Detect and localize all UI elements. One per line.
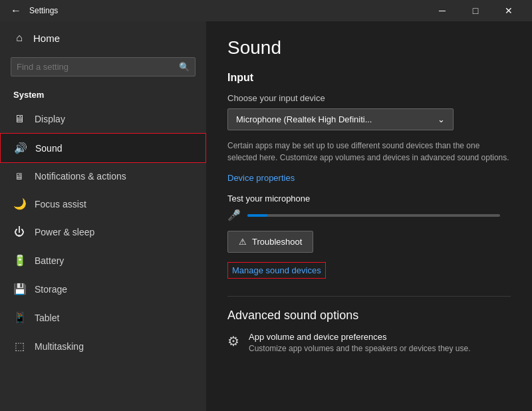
search-input[interactable] bbox=[17, 62, 175, 72]
battery-icon: 🔋 bbox=[13, 254, 25, 267]
advanced-section-title: Advanced sound options bbox=[227, 309, 511, 323]
sidebar-item-battery[interactable]: 🔋 Battery bbox=[0, 246, 206, 275]
minimize-icon: ─ bbox=[439, 5, 446, 16]
sidebar-item-sound[interactable]: 🔊 Sound bbox=[0, 133, 206, 163]
input-device-value: Microphone (Realtek High Definiti... bbox=[236, 114, 372, 124]
titlebar-title: Settings bbox=[29, 6, 58, 15]
search-icon: 🔍 bbox=[179, 62, 190, 72]
minimize-button[interactable]: ─ bbox=[427, 0, 458, 21]
sidebar-item-tablet[interactable]: 📱 Tablet bbox=[0, 303, 206, 332]
info-text: Certain apps may be set up to use differ… bbox=[227, 140, 511, 164]
mic-label: Test your microphone bbox=[227, 194, 511, 204]
home-icon: ⌂ bbox=[13, 32, 25, 44]
search-box[interactable]: 🔍 bbox=[11, 57, 196, 76]
close-icon: ✕ bbox=[505, 5, 513, 16]
sidebar-item-power[interactable]: ⏻ Power & sleep bbox=[0, 218, 206, 246]
back-icon: ← bbox=[11, 5, 21, 17]
sidebar-item-home[interactable]: ⌂ Home bbox=[0, 21, 206, 55]
back-button[interactable]: ← bbox=[8, 3, 24, 19]
close-button[interactable]: ✕ bbox=[493, 0, 524, 21]
mic-bar bbox=[247, 214, 500, 217]
adv-item-desc: Customize app volumes and the speakers o… bbox=[249, 344, 471, 353]
sidebar-item-label: Multitasking bbox=[35, 341, 84, 352]
window-controls: ─ □ ✕ bbox=[427, 0, 524, 21]
adv-item-title[interactable]: App volume and device preferences bbox=[249, 332, 471, 342]
home-label: Home bbox=[33, 33, 60, 44]
main-layout: ⌂ Home 🔍 System 🖥 Display 🔊 Sound 🖥 Noti… bbox=[0, 21, 532, 411]
mic-row: 🎤 bbox=[227, 209, 511, 221]
maximize-button[interactable]: □ bbox=[460, 0, 491, 21]
titlebar: ← Settings ─ □ ✕ bbox=[0, 0, 532, 21]
sidebar-item-label: Sound bbox=[35, 143, 62, 154]
sidebar-item-label: Battery bbox=[35, 255, 64, 266]
chevron-down-icon: ⌄ bbox=[438, 114, 445, 124]
sidebar-item-label: Focus assist bbox=[35, 199, 86, 209]
maximize-icon: □ bbox=[473, 5, 478, 16]
sidebar-item-storage[interactable]: 💾 Storage bbox=[0, 275, 206, 303]
sidebar-item-multitasking[interactable]: ⬚ Multitasking bbox=[0, 332, 206, 360]
choose-device-label: Choose your input device bbox=[227, 93, 511, 103]
mic-section: Test your microphone 🎤 bbox=[227, 194, 511, 221]
storage-icon: 💾 bbox=[13, 283, 25, 295]
sidebar-item-label: Power & sleep bbox=[35, 227, 94, 237]
multitasking-icon: ⬚ bbox=[13, 340, 25, 352]
sidebar-item-notifications[interactable]: 🖥 Notifications & actions bbox=[0, 163, 206, 190]
tablet-icon: 📱 bbox=[13, 311, 25, 324]
display-icon: 🖥 bbox=[13, 113, 25, 125]
manage-sound-devices-link[interactable]: Manage sound devices bbox=[227, 262, 326, 279]
troubleshoot-label: Troubleshoot bbox=[252, 237, 302, 247]
sidebar-item-label: Notifications & actions bbox=[35, 171, 126, 182]
app-volume-icon: ⚙ bbox=[227, 333, 239, 349]
section-divider bbox=[227, 296, 511, 297]
page-title: Sound bbox=[227, 37, 511, 59]
sidebar-section-title: System bbox=[0, 84, 206, 105]
warning-icon: ⚠ bbox=[239, 237, 247, 247]
sidebar-item-focus[interactable]: 🌙 Focus assist bbox=[0, 190, 206, 218]
sidebar: ⌂ Home 🔍 System 🖥 Display 🔊 Sound 🖥 Noti… bbox=[0, 21, 206, 411]
sound-icon: 🔊 bbox=[14, 142, 26, 154]
power-icon: ⏻ bbox=[13, 226, 25, 238]
input-section-title: Input bbox=[227, 72, 511, 84]
focus-icon: 🌙 bbox=[13, 198, 25, 210]
input-device-dropdown[interactable]: Microphone (Realtek High Definiti... ⌄ bbox=[227, 108, 454, 130]
content-area: Sound Input Choose your input device Mic… bbox=[206, 21, 532, 411]
microphone-icon: 🎤 bbox=[227, 209, 241, 221]
sidebar-item-display[interactable]: 🖥 Display bbox=[0, 105, 206, 133]
sidebar-item-label: Display bbox=[35, 114, 65, 124]
troubleshoot-button[interactable]: ⚠ Troubleshoot bbox=[227, 231, 313, 253]
device-properties-link[interactable]: Device properties bbox=[227, 173, 295, 183]
sidebar-item-label: Storage bbox=[35, 284, 67, 295]
mic-bar-fill bbox=[247, 214, 267, 217]
sidebar-item-label: Tablet bbox=[35, 313, 59, 323]
adv-item-text: App volume and device preferences Custom… bbox=[249, 332, 471, 353]
notifications-icon: 🖥 bbox=[13, 171, 25, 182]
advanced-item: ⚙ App volume and device preferences Cust… bbox=[227, 332, 511, 353]
